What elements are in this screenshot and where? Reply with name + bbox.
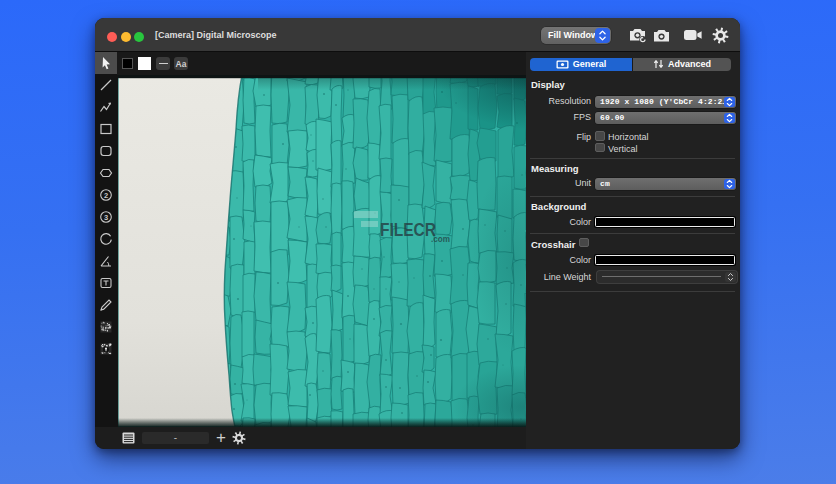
svg-text:FILECR: FILECR: [380, 219, 436, 240]
svg-text:2: 2: [104, 191, 108, 200]
svg-text:3: 3: [104, 213, 108, 222]
svg-text:.com: .com: [431, 234, 450, 244]
